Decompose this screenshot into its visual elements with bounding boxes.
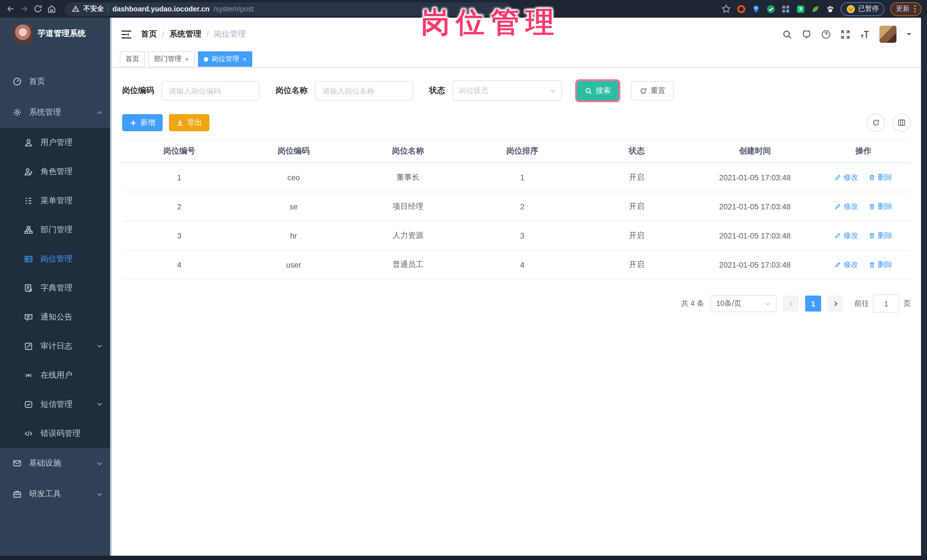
sidebar-item-home[interactable]: 首页	[0, 66, 112, 97]
app-logo-row[interactable]: 芋道管理系统	[0, 18, 112, 50]
sidebar-item-devtools[interactable]: 研发工具	[0, 479, 112, 510]
add-button[interactable]: 新增	[122, 114, 163, 131]
extension-paw-icon[interactable]	[826, 4, 835, 14]
profile-paused-badge[interactable]: 已暂停	[840, 2, 884, 16]
fullscreen-icon[interactable]	[840, 29, 850, 39]
extension-leaf-icon[interactable]	[811, 4, 820, 14]
edit-link[interactable]: 修改	[834, 202, 858, 212]
delete-link[interactable]: 删除	[869, 260, 892, 270]
sidebar-item-dict-mgmt[interactable]: 字典管理	[0, 273, 112, 302]
page-content: 岗位编码 岗位名称 状态 岗位状态 搜索 重置	[112, 68, 921, 556]
pencil-icon	[834, 232, 841, 239]
col-header-post-name[interactable]: 岗位名称	[351, 140, 465, 162]
reload-icon[interactable]	[33, 4, 43, 14]
col-header-post-sort[interactable]: 岗位排序	[465, 140, 579, 162]
browser-scrollbar[interactable]	[921, 18, 927, 556]
user-icon	[24, 138, 33, 147]
breadcrumb-separator: /	[162, 30, 164, 39]
search-button[interactable]: 搜索	[577, 81, 619, 100]
tab-label: 首页	[126, 54, 139, 64]
tab-label: 部门管理	[154, 54, 181, 64]
export-button-label: 导出	[187, 118, 202, 128]
post-name-input[interactable]	[315, 81, 413, 100]
bookmark-star-icon[interactable]	[721, 4, 731, 14]
sidebar-item-role-mgmt[interactable]: 角色管理	[0, 157, 112, 186]
sidebar-item-post-mgmt[interactable]: 岗位管理	[0, 244, 112, 273]
caret-down-icon[interactable]	[906, 31, 912, 37]
sidebar-item-label: 角色管理	[41, 166, 73, 177]
edit-link[interactable]: 修改	[834, 172, 858, 182]
search-icon[interactable]	[782, 29, 792, 39]
edit-link[interactable]: 修改	[834, 260, 858, 270]
prev-page-button[interactable]	[783, 296, 799, 311]
sidebar-item-dept-mgmt[interactable]: 部门管理	[0, 215, 112, 244]
chevron-down-icon	[96, 401, 103, 407]
current-page-button[interactable]: 1	[805, 296, 821, 311]
code-icon	[24, 429, 33, 438]
emoji-face-icon	[846, 4, 856, 14]
sidebar-item-online-users[interactable]: 在线用户	[0, 361, 112, 390]
github-icon[interactable]	[802, 29, 812, 39]
breadcrumb-home[interactable]: 首页	[141, 29, 157, 39]
col-header-status[interactable]: 状态	[579, 140, 694, 162]
refresh-icon	[640, 87, 647, 94]
status-select[interactable]: 岗位状态	[453, 80, 562, 101]
back-icon[interactable]	[6, 4, 15, 14]
sidebar-item-menu-mgmt[interactable]: 菜单管理	[0, 186, 112, 215]
sidebar-item-infrastructure[interactable]: 基础设施	[0, 448, 112, 479]
export-button[interactable]: 导出	[169, 114, 210, 131]
pagination: 共 4 条 10条/页 1 前往 页	[122, 294, 911, 313]
sidebar-item-notice[interactable]: 通知公告	[0, 302, 112, 331]
collapse-sidebar-icon[interactable]	[121, 29, 132, 39]
cell-post-id: 2	[122, 192, 237, 221]
browser-update-button[interactable]: 更新	[890, 2, 922, 16]
sidebar-item-audit-log[interactable]: 审计日志	[0, 331, 112, 361]
sidebar-item-user-mgmt[interactable]: 用户管理	[0, 128, 112, 157]
font-size-icon[interactable]	[860, 29, 870, 39]
table-header-row: 岗位编号 岗位编码 岗位名称 岗位排序 状态 创建时间 操作	[122, 140, 911, 162]
column-settings-button[interactable]	[892, 114, 911, 132]
post-code-input[interactable]	[161, 81, 260, 100]
breadcrumb-system[interactable]: 系统管理	[169, 29, 201, 39]
screen: 不安全 dashboard.yudao.iocoder.cn/system/po…	[0, 0, 927, 560]
sidebar-item-sms-mgmt[interactable]: 短信管理	[0, 390, 112, 419]
delete-link[interactable]: 删除	[869, 231, 892, 241]
close-icon[interactable]: ×	[243, 56, 246, 62]
chrome-menu-icon[interactable]	[914, 5, 916, 12]
url-host[interactable]: dashboard.yudao.iocoder.cn	[112, 5, 210, 13]
tab-dept[interactable]: 部门管理 ×	[148, 52, 195, 67]
avatar[interactable]	[879, 26, 897, 43]
refresh-table-button[interactable]	[867, 114, 885, 132]
forward-icon[interactable]	[20, 4, 29, 14]
dictionary-icon	[24, 283, 33, 292]
post-name-label: 岗位名称	[276, 86, 308, 96]
help-icon[interactable]	[821, 29, 831, 39]
delete-link[interactable]: 删除	[869, 172, 892, 182]
col-header-post-code[interactable]: 岗位编码	[237, 140, 351, 162]
page-size-select[interactable]: 10条/页	[710, 295, 777, 312]
cell-actions: 修改删除	[816, 162, 911, 192]
col-header-post-id[interactable]: 岗位编号	[122, 140, 237, 162]
close-icon[interactable]: ×	[185, 56, 189, 62]
cell-created: 2021-01-05 17:03:48	[694, 221, 816, 250]
extension-orange-icon[interactable]	[737, 4, 746, 14]
sidebar-item-system[interactable]: 系统管理	[0, 97, 112, 128]
extension-grid-icon[interactable]	[781, 4, 790, 14]
infrastructure-icon	[12, 459, 22, 468]
extension-pin-icon[interactable]	[752, 4, 761, 14]
tab-home[interactable]: 首页	[120, 52, 145, 67]
delete-link[interactable]: 删除	[869, 202, 892, 212]
security-label[interactable]: 不安全	[83, 4, 104, 14]
active-tab-dot	[204, 57, 208, 61]
col-header-created[interactable]: 创建时间	[694, 140, 816, 162]
sidebar-item-errcode-mgmt[interactable]: 错误码管理	[0, 419, 112, 448]
next-page-button[interactable]	[827, 296, 843, 311]
edit-link[interactable]: 修改	[834, 231, 858, 241]
tab-post[interactable]: 岗位管理 ×	[198, 52, 252, 67]
reset-button[interactable]: 重置	[631, 81, 674, 100]
goto-page-input[interactable]	[873, 294, 899, 313]
trash-icon	[869, 203, 875, 210]
extension-translate-icon[interactable]	[796, 4, 805, 14]
extension-check-icon[interactable]	[766, 4, 775, 14]
home-nav-icon[interactable]	[47, 4, 56, 14]
